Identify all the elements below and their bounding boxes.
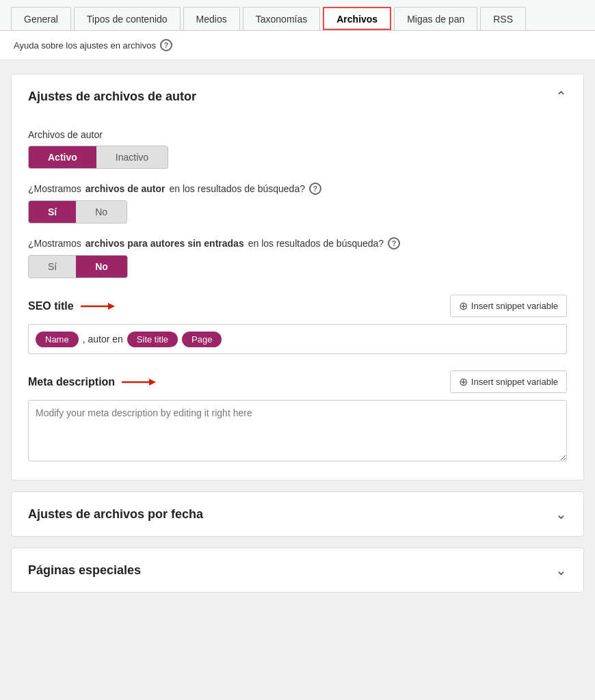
meta-description-arrow-icon xyxy=(122,377,156,388)
question1-no-btn[interactable]: No xyxy=(76,201,127,223)
question2-suffix: en los resultados de búsqueda? xyxy=(248,238,384,249)
tabs-bar: General Tipos de contenido Medios Taxono… xyxy=(0,0,595,31)
author-archives-title: Ajustes de archivos de autor xyxy=(28,90,196,104)
date-archives-title: Ajustes de archivos por fecha xyxy=(28,507,203,522)
special-pages-card-header[interactable]: Páginas especiales ⌄ xyxy=(12,548,583,592)
meta-plus-circle-icon: ⊕ xyxy=(459,375,468,388)
special-pages-title: Páginas especiales xyxy=(28,563,141,578)
seo-tag-site-title[interactable]: Site title xyxy=(127,332,178,347)
question1-yes-btn[interactable]: Sí xyxy=(29,201,76,223)
question2-help-icon[interactable]: ? xyxy=(388,237,400,250)
question1-toggle: Sí No xyxy=(28,200,127,224)
seo-title-label: SEO title xyxy=(28,300,115,312)
tab-taxonomies[interactable]: Taxonomías xyxy=(243,7,320,30)
seo-title-field[interactable]: Name , autor en Site title Page xyxy=(28,324,567,354)
question2-toggle: Sí No xyxy=(28,255,128,278)
plus-circle-icon: ⊕ xyxy=(459,299,468,312)
author-archives-card-body: Archivos de autor Activo Inactivo ¿Mostr… xyxy=(12,129,583,480)
question1-text: ¿Mostramos archivos de autor en los resu… xyxy=(28,183,567,195)
tab-media[interactable]: Medios xyxy=(183,7,240,30)
toggle-inactive-btn[interactable]: Inactivo xyxy=(96,146,168,168)
seo-label-row: SEO title ⊕ Insert snippet variable xyxy=(28,295,567,317)
meta-description-textarea[interactable] xyxy=(28,400,567,461)
chevron-down-icon-2: ⌄ xyxy=(555,562,567,578)
question1-bold: archivos de autor xyxy=(85,183,166,194)
question2-prefix: ¿Mostramos xyxy=(28,238,81,249)
toggle-active-btn[interactable]: Activo xyxy=(29,146,96,168)
main-content: Ajustes de archivos de autor ⌃ Archivos … xyxy=(0,60,595,606)
chevron-down-icon: ⌄ xyxy=(555,506,567,522)
question1-help-icon[interactable]: ? xyxy=(309,183,321,195)
question1-suffix: en los resultados de búsqueda? xyxy=(170,183,305,194)
chevron-up-icon: ⌃ xyxy=(555,88,567,105)
author-archives-label: Archivos de autor xyxy=(28,129,567,140)
question2-bold: archivos para autores sin entradas xyxy=(85,238,244,249)
special-pages-card: Páginas especiales ⌄ xyxy=(11,548,584,593)
date-archives-card: Ajustes de archivos por fecha ⌄ xyxy=(11,492,584,537)
seo-title-arrow-icon xyxy=(81,301,115,312)
author-archives-card-header[interactable]: Ajustes de archivos de autor ⌃ xyxy=(12,75,583,118)
svg-marker-3 xyxy=(149,379,156,386)
svg-marker-1 xyxy=(108,303,115,310)
meta-description-label: Meta description xyxy=(28,376,156,388)
seo-tag-name[interactable]: Name xyxy=(36,332,79,347)
question2-no-btn[interactable]: No xyxy=(76,256,127,278)
tab-breadcrumbs[interactable]: Migas de pan xyxy=(394,7,477,30)
seo-tag-separator: , autor en xyxy=(83,334,123,345)
question2-text: ¿Mostramos archivos para autores sin ent… xyxy=(28,237,567,250)
help-icon[interactable]: ? xyxy=(160,39,172,51)
help-text: Ayuda sobre los ajustes en archivos xyxy=(14,40,156,51)
date-archives-card-header[interactable]: Ajustes de archivos por fecha ⌄ xyxy=(12,492,583,536)
question1-prefix: ¿Mostramos xyxy=(28,183,81,194)
tab-content-types[interactable]: Tipos de contenido xyxy=(74,7,181,30)
meta-label-row: Meta description ⊕ Insert snippet variab… xyxy=(28,371,567,393)
active-inactive-toggle: Activo Inactivo xyxy=(28,146,168,169)
seo-tag-page[interactable]: Page xyxy=(182,332,222,347)
tab-archives[interactable]: Archivos xyxy=(323,7,391,30)
seo-title-section: SEO title ⊕ Insert snippet variable Name xyxy=(28,295,567,354)
meta-insert-snippet-btn[interactable]: ⊕ Insert snippet variable xyxy=(450,371,567,393)
author-archives-card: Ajustes de archivos de autor ⌃ Archivos … xyxy=(11,74,584,481)
help-bar: Ayuda sobre los ajustes en archivos ? xyxy=(0,31,595,60)
meta-description-section: Meta description ⊕ Insert snippet variab… xyxy=(28,371,567,463)
tab-rss[interactable]: RSS xyxy=(480,7,526,30)
question2-yes-btn[interactable]: Sí xyxy=(29,256,76,278)
seo-insert-snippet-btn[interactable]: ⊕ Insert snippet variable xyxy=(450,295,567,317)
tab-general[interactable]: General xyxy=(11,7,71,30)
